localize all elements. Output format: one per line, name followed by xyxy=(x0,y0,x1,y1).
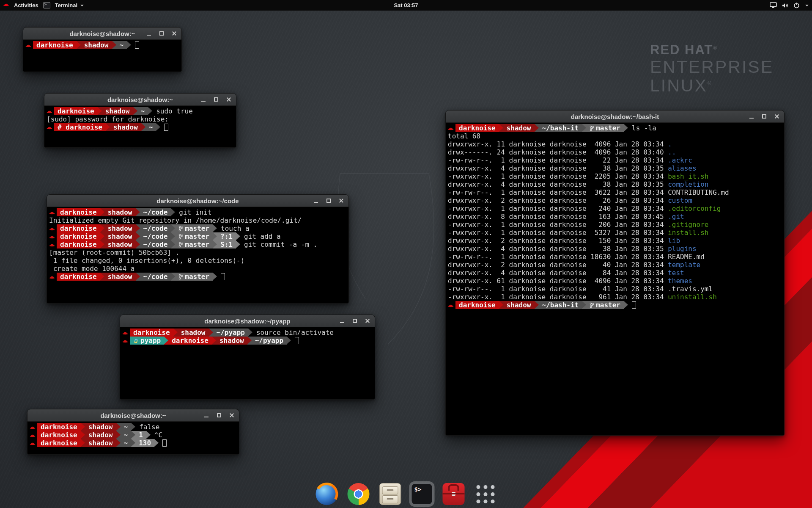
terminal-line: darknoiseshadow~/codemasterS:1git commit… xyxy=(49,240,348,248)
window-titlebar[interactable]: darknoise@shadow:~/pyapp xyxy=(120,315,375,327)
prompt-segment: darknoise xyxy=(57,273,100,281)
prompt-segment: ~ xyxy=(145,123,156,131)
window-titlebar[interactable]: darknoise@shadow:~/code xyxy=(47,195,348,207)
output-text: create mode 100644 a xyxy=(49,265,134,273)
terminal-window-1[interactable]: darknoise@shadow:~ darknoiseshadow~ xyxy=(23,27,182,72)
close-button[interactable] xyxy=(226,97,231,102)
powerline-arrow-icon xyxy=(213,240,217,248)
activities-button[interactable]: Activities xyxy=(12,1,40,9)
command-text: git commit -a -m . xyxy=(244,240,317,248)
terminal-content[interactable]: darknoiseshadow~falsedarknoiseshadow~1^C… xyxy=(27,422,239,454)
terminal-content[interactable]: darknoiseshadow~/codegit initInitialized… xyxy=(47,207,348,303)
terminal-line: -rwxrwxr-x. 1 darknoise darknoise 961 Ja… xyxy=(448,293,784,301)
terminal-cursor xyxy=(164,124,168,131)
dock-icon-toolbox[interactable] xyxy=(441,481,466,507)
terminal-line: darknoiseshadow~/pyappsource bin/activat… xyxy=(122,329,375,337)
prompt-segment: 130 xyxy=(135,439,154,447)
minimize-button[interactable] xyxy=(146,31,151,36)
powerline-arrow-icon xyxy=(141,123,145,131)
dock-icon-terminal[interactable] xyxy=(409,481,435,507)
close-button[interactable] xyxy=(171,31,177,36)
minimize-icon xyxy=(201,101,206,102)
terminal-content[interactable]: darknoiseshadow~sudo true[sudo] password… xyxy=(44,106,236,147)
powerline-arrow-icon xyxy=(287,337,291,345)
minimize-button[interactable] xyxy=(339,318,345,324)
terminal-line: darknoiseshadow~/codemastertouch a xyxy=(49,224,348,232)
redhat-prompt-icon xyxy=(30,423,37,431)
minimize-button[interactable] xyxy=(200,97,206,102)
output-text: -rw-rw-r--. 1 darknoise darknoise 22 Jan… xyxy=(448,156,668,164)
system-tray[interactable] xyxy=(770,2,809,8)
terminal-line: darknoiseshadow~/bash-itmasterls -la xyxy=(448,124,784,132)
prompt-segment: master xyxy=(586,124,624,132)
close-icon xyxy=(339,198,344,203)
output-text: .travis.yml xyxy=(668,285,713,293)
maximize-button[interactable] xyxy=(352,318,357,324)
terminal-window-2[interactable]: darknoise@shadow:~ darknoiseshadow~sudo … xyxy=(44,93,236,148)
app-menu-button[interactable]: Terminal xyxy=(53,1,85,9)
terminal-content[interactable]: darknoiseshadow~/pyappsource bin/activat… xyxy=(120,327,375,399)
powerline-arrow-icon xyxy=(112,41,116,49)
maximize-button[interactable] xyxy=(216,413,222,418)
display-icon[interactable] xyxy=(770,2,777,8)
close-button[interactable] xyxy=(365,318,370,324)
dock-icon-firefox[interactable] xyxy=(314,481,340,507)
toolbox-icon xyxy=(443,483,465,505)
output-text: drwxrwxr-x. 2 darknoise darknoise 40 Jan… xyxy=(448,261,668,269)
terminal-window-4[interactable]: darknoise@shadow:~/pyapp darknoiseshadow… xyxy=(120,315,375,400)
prompt-segment: shadow xyxy=(104,232,136,240)
powerline-arrow-icon xyxy=(624,124,628,132)
power-icon[interactable] xyxy=(793,2,800,8)
output-text: custom xyxy=(668,196,692,204)
prompt-segment: ~/code xyxy=(140,224,171,232)
terminal-window-3[interactable]: darknoise@shadow:~/code darknoiseshadow~… xyxy=(47,194,349,304)
minimize-button[interactable] xyxy=(749,114,754,119)
minimize-button[interactable] xyxy=(203,413,209,418)
prompt-segment: master xyxy=(586,301,624,309)
close-button[interactable] xyxy=(229,413,234,418)
powerline-arrow-icon xyxy=(173,329,178,337)
terminal-window-bashit[interactable]: darknoise@shadow:~/bash-it darknoiseshad… xyxy=(445,110,785,436)
prompt-segment: master xyxy=(175,273,213,281)
close-button[interactable] xyxy=(774,114,779,119)
redhat-prompt-icon xyxy=(49,224,56,232)
window-titlebar[interactable]: darknoise@shadow:~/bash-it xyxy=(446,110,784,123)
maximize-button[interactable] xyxy=(761,114,767,119)
command-text: git init xyxy=(179,208,211,216)
dock-icon-files[interactable] xyxy=(378,481,403,507)
terminal-content[interactable]: darknoiseshadow~ xyxy=(23,40,181,72)
prompt-segment: ~/code xyxy=(140,240,171,248)
dock-icon-chrome[interactable] xyxy=(346,481,371,507)
output-text: -rw-rw-r--. 1 darknoise darknoise 41 Jan… xyxy=(448,285,668,293)
minimize-icon xyxy=(204,417,208,417)
dock-icon-app-grid[interactable] xyxy=(473,481,498,507)
prompt-segment: 1 xyxy=(135,431,146,439)
maximize-button[interactable] xyxy=(213,97,219,102)
redhat-prompt-icon xyxy=(49,273,56,281)
powerline-arrow-icon xyxy=(146,431,151,439)
terminal-cursor xyxy=(135,41,139,49)
terminal-line: drwxrwxr-x. 2 darknoise darknoise 26 Jan… xyxy=(448,196,784,204)
prompt-segment: ~/bash-it xyxy=(539,124,582,132)
minimize-button[interactable] xyxy=(313,198,318,204)
redhat-prompt-icon xyxy=(25,41,33,49)
powerline-arrow-icon xyxy=(171,208,175,216)
terminal-line: total 68 xyxy=(448,132,784,140)
chrome-icon xyxy=(348,483,370,505)
terminal-line: darknoiseshadow~ xyxy=(25,41,181,49)
maximize-button[interactable] xyxy=(159,31,164,36)
window-titlebar[interactable]: darknoise@shadow:~ xyxy=(23,28,181,40)
terminal-window-5[interactable]: darknoise@shadow:~ darknoiseshadow~false… xyxy=(27,409,239,455)
terminal-line: drwxrwxr-x. 2 darknoise darknoise 150 Ja… xyxy=(448,237,784,245)
terminal-line: drwxrwxr-x. 4 darknoise darknoise 38 Jan… xyxy=(448,245,784,253)
powerline-arrow-icon xyxy=(154,439,159,447)
prompt-segment: ~/code xyxy=(140,232,171,240)
window-titlebar[interactable]: darknoise@shadow:~ xyxy=(44,94,236,106)
volume-icon[interactable] xyxy=(782,3,789,8)
terminal-content[interactable]: darknoiseshadow~/bash-itmasterls -latota… xyxy=(446,123,784,435)
prompt-segment: ~ xyxy=(116,41,127,49)
clock[interactable]: Sat 03:57 xyxy=(394,2,418,8)
maximize-button[interactable] xyxy=(326,198,331,204)
close-button[interactable] xyxy=(338,198,344,204)
window-titlebar[interactable]: darknoise@shadow:~ xyxy=(27,409,239,422)
